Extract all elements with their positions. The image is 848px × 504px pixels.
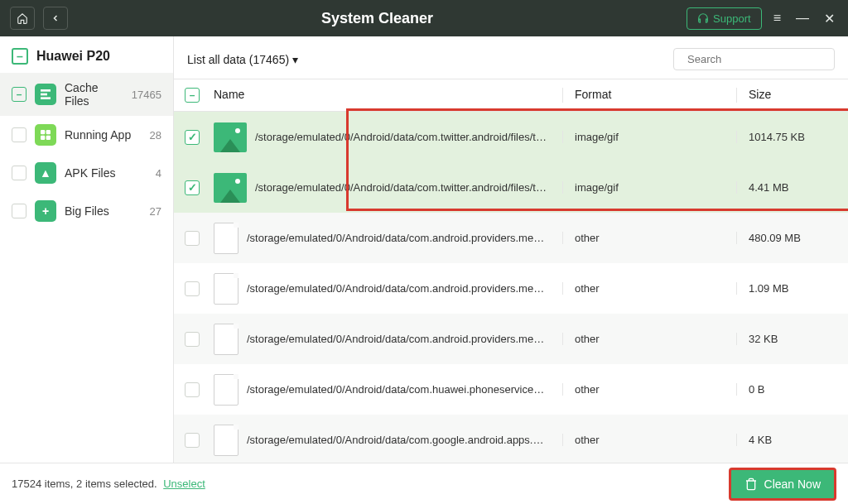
image-icon — [214, 122, 247, 152]
big-files-icon: + — [35, 200, 56, 222]
file-format: image/gif — [562, 131, 736, 143]
file-size: 4 KB — [736, 434, 848, 446]
file-icon — [214, 223, 238, 254]
device-header: – Huawei P20 — [0, 36, 173, 73]
file-size: 1.09 MB — [736, 282, 848, 295]
file-size: 4.41 MB — [736, 181, 848, 194]
unselect-link[interactable]: Unselect — [163, 478, 205, 490]
svg-rect-3 — [41, 130, 45, 134]
file-size: 32 KB — [736, 333, 848, 345]
main-panel: List all data (17465) ▾ Name Format Size… — [174, 36, 848, 463]
close-icon[interactable]: ✕ — [821, 11, 838, 26]
app-title: System Cleaner — [76, 10, 678, 27]
svg-rect-1 — [41, 94, 47, 96]
checkbox-icon[interactable] — [12, 127, 26, 142]
file-path: /storage/emulated/0/Android/data/com.goo… — [247, 434, 545, 446]
file-size: 480.09 MB — [736, 232, 848, 244]
svg-rect-2 — [41, 97, 51, 99]
svg-rect-0 — [41, 89, 51, 92]
chevron-down-icon: ▾ — [292, 53, 298, 66]
device-checkbox-icon[interactable]: – — [12, 48, 28, 65]
search-input[interactable] — [687, 53, 826, 65]
menu-icon[interactable]: ≡ — [770, 11, 784, 26]
column-name[interactable]: Name — [210, 88, 562, 103]
column-size[interactable]: Size — [736, 88, 848, 103]
file-size: 0 B — [736, 383, 848, 396]
file-format: other — [562, 434, 736, 446]
apk-icon: ▲ — [35, 162, 56, 184]
row-checkbox[interactable] — [185, 281, 200, 296]
table-row[interactable]: /storage/emulated/0/Android/data/com.twi… — [174, 112, 848, 162]
checkbox-icon[interactable] — [12, 87, 26, 102]
search-box[interactable] — [673, 48, 835, 70]
sidebar-item-apk-files[interactable]: ▲ APK Files 4 — [0, 154, 173, 192]
image-icon — [214, 173, 247, 203]
file-path: /storage/emulated/0/Android/data/com.hua… — [247, 383, 545, 396]
file-size: 1014.75 KB — [736, 131, 848, 143]
column-format[interactable]: Format — [562, 88, 736, 103]
svg-rect-6 — [46, 136, 51, 140]
table-row[interactable]: /storage/emulated/0/Android/data/com.and… — [174, 213, 848, 263]
minimize-icon[interactable]: — — [793, 11, 812, 26]
file-icon — [214, 374, 238, 406]
footer: 17524 items, 2 items selected. Unselect … — [0, 463, 848, 504]
file-path: /storage/emulated/0/Android/data/com.twi… — [255, 131, 553, 143]
file-path: /storage/emulated/0/Android/data/com.and… — [247, 333, 545, 345]
sidebar: – Huawei P20 Cache Files 17465 Running A… — [0, 36, 174, 463]
file-format: other — [562, 282, 736, 295]
table-body: /storage/emulated/0/Android/data/com.twi… — [174, 112, 848, 463]
file-format: image/gif — [562, 181, 736, 194]
svg-rect-5 — [41, 136, 45, 140]
toolbar: List all data (17465) ▾ — [174, 36, 848, 79]
file-format: other — [562, 383, 736, 396]
status-text: 17524 items, 2 items selected. Unselect — [12, 478, 205, 490]
file-icon — [214, 273, 238, 305]
file-icon — [214, 324, 238, 355]
file-table: Name Format Size /storage/emulated/0/And… — [174, 79, 848, 463]
file-path: /storage/emulated/0/Android/data/com.twi… — [255, 181, 553, 194]
support-button[interactable]: Support — [687, 7, 762, 30]
row-checkbox[interactable] — [185, 382, 200, 397]
table-row[interactable]: /storage/emulated/0/Android/data/com.goo… — [174, 415, 848, 463]
trash-icon — [744, 478, 758, 491]
select-all-checkbox[interactable] — [185, 88, 200, 103]
file-path: /storage/emulated/0/Android/data/com.and… — [247, 232, 545, 244]
file-format: other — [562, 232, 736, 244]
clean-now-button[interactable]: Clean Now — [729, 468, 836, 501]
sidebar-item-big-files[interactable]: + Big Files 27 — [0, 192, 173, 230]
device-name: Huawei P20 — [36, 49, 110, 64]
file-icon — [214, 425, 238, 456]
file-path: /storage/emulated/0/Android/data/com.and… — [247, 282, 545, 295]
table-row[interactable]: /storage/emulated/0/Android/data/com.twi… — [174, 162, 848, 213]
filter-dropdown[interactable]: List all data (17465) ▾ — [187, 53, 298, 66]
back-button[interactable] — [43, 7, 68, 30]
checkbox-icon[interactable] — [12, 166, 26, 180]
row-checkbox[interactable] — [185, 130, 200, 145]
row-checkbox[interactable] — [185, 231, 200, 246]
running-app-icon — [35, 124, 56, 146]
table-row[interactable]: /storage/emulated/0/Android/data/com.hua… — [174, 364, 848, 415]
table-header: Name Format Size — [174, 79, 848, 112]
table-row[interactable]: /storage/emulated/0/Android/data/com.and… — [174, 263, 848, 314]
checkbox-icon[interactable] — [12, 204, 26, 218]
file-format: other — [562, 333, 736, 345]
row-checkbox[interactable] — [185, 332, 200, 347]
row-checkbox[interactable] — [185, 433, 200, 448]
cache-icon — [35, 84, 56, 105]
svg-rect-4 — [46, 130, 51, 134]
sidebar-item-running-app[interactable]: Running App 28 — [0, 116, 173, 154]
home-button[interactable] — [10, 7, 35, 30]
sidebar-item-cache-files[interactable]: Cache Files 17465 — [0, 73, 173, 116]
title-bar: System Cleaner Support ≡ — ✕ — [0, 0, 848, 36]
row-checkbox[interactable] — [185, 180, 200, 195]
table-row[interactable]: /storage/emulated/0/Android/data/com.and… — [174, 314, 848, 364]
